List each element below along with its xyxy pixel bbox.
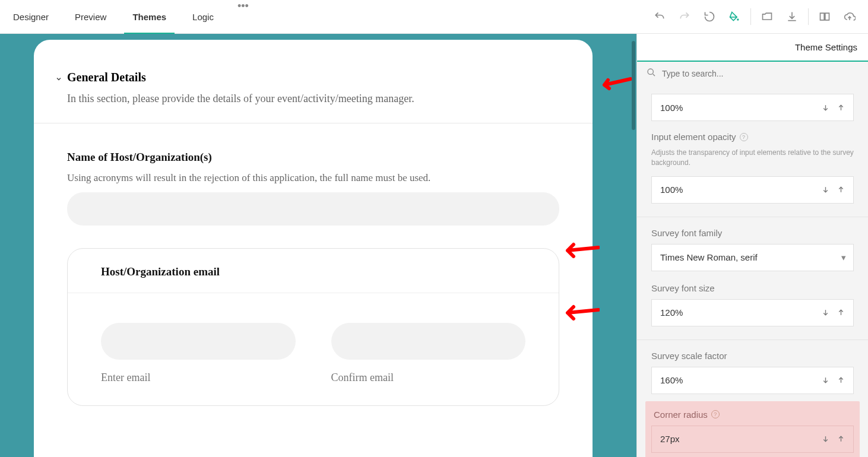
upload-cloud-icon[interactable] [837,4,862,29]
annotation-arrow-icon [564,304,600,320]
value: 27px [660,434,818,444]
arrow-down-icon[interactable] [818,177,833,203]
setting-help: Adjusts the transparency of input elemen… [651,148,854,168]
host-name-input[interactable] [67,192,559,226]
arrow-up-icon[interactable] [833,426,848,452]
info-icon[interactable]: ? [711,410,720,418]
field-label: Confirm email [331,372,526,384]
setting-scale-group: Survey scale factor 160% [637,340,868,398]
question-title: Name of Host/Organization(s) [67,151,559,164]
toolbar-divider [750,8,751,25]
setting-corner-radius-highlighted: Corner radius ? 27px [645,401,860,457]
tab-logic[interactable]: Logic [179,0,227,33]
main-tabs: Designer Preview Themes Logic ••• [0,0,259,33]
panel-title: Theme Settings [637,34,868,62]
lower-area: General Details In this section, please … [0,34,868,457]
tab-label: Themes [132,12,166,22]
label-text: Input element opacity [651,132,736,142]
confirm-email-input[interactable] [331,323,526,360]
value: 100% [660,185,818,195]
settings-scroll: 100% Input element opacity ? Adjusts the… [637,85,868,457]
open-button[interactable] [755,4,780,29]
font-family-select[interactable]: Times New Roman, serif ▾ [651,244,854,271]
arrow-up-icon[interactable] [833,94,848,120]
setting-font-group: Survey font family Times New Roman, seri… [637,217,868,340]
question-host-name: Name of Host/Organization(s) Using acron… [34,123,593,231]
tab-label: Preview [75,12,106,22]
more-menu-icon[interactable]: ••• [227,0,259,33]
search-input[interactable] [662,69,859,78]
panel-opacity-control[interactable]: 100% [651,94,854,121]
setting-label: Input element opacity ? [651,132,854,142]
scale-factor-control[interactable]: 160% [651,367,854,394]
label-text: Corner radius [654,410,708,420]
font-size-control[interactable]: 120% [651,299,854,326]
arrow-up-icon[interactable] [833,300,848,326]
field-label: Enter email [101,372,296,384]
annotation-arrow-icon [564,242,600,258]
toolbar [647,0,868,33]
question-title: Host/Organization email [101,265,525,278]
theme-settings-panel: Theme Settings 100% Input element opacit… [636,34,868,457]
value: Times New Roman, serif [660,252,841,262]
input-opacity-control[interactable]: 100% [651,176,854,204]
paint-bucket-icon[interactable] [722,4,747,29]
value: 100% [660,103,818,113]
undo-button[interactable] [647,4,672,29]
tab-designer[interactable]: Designer [0,0,62,33]
setting-panel-opacity: 100% Input element opacity ? Adjusts the… [637,85,868,217]
sub-panel-header: Host/Organization email [68,249,559,293]
email-sub-panel: Host/Organization email Enter email Conf… [67,248,559,406]
question-help: Using acronyms will result in the reject… [67,172,559,184]
tab-preview[interactable]: Preview [62,0,119,33]
vertical-scrollbar[interactable] [632,41,635,130]
setting-label: Survey scale factor [651,351,854,361]
chevron-down-icon[interactable] [55,74,62,85]
arrow-up-icon[interactable] [833,367,848,393]
arrow-down-icon[interactable] [818,426,833,452]
redo-button[interactable] [672,4,697,29]
tab-label: Logic [192,12,214,22]
section-header: General Details In this section, please … [34,40,593,123]
enter-email-input[interactable] [101,323,296,360]
toolbar-divider [808,8,809,25]
top-bar: Designer Preview Themes Logic ••• [0,0,868,34]
arrow-down-icon[interactable] [818,300,833,326]
search-icon [647,68,656,80]
setting-label: Survey font family [651,228,854,238]
section-description: In this section, please provide the deta… [67,93,559,105]
reset-button[interactable] [697,4,722,29]
info-icon[interactable]: ? [740,133,748,141]
question-host-email: Host/Organization email Enter email Conf… [34,231,593,412]
arrow-down-icon[interactable] [818,94,833,120]
corner-radius-control[interactable]: 27px [651,426,854,453]
download-button[interactable] [780,4,804,29]
caret-down-icon: ▾ [841,252,846,263]
design-canvas: General Details In this section, please … [0,34,636,457]
setting-label: Survey font size [651,283,854,293]
svg-point-0 [737,18,739,20]
svg-point-1 [648,69,653,74]
book-icon[interactable] [812,4,837,29]
tab-label: Designer [13,12,49,22]
survey-preview-panel: General Details In this section, please … [34,40,593,457]
arrow-up-icon[interactable] [833,177,848,203]
confirm-email-column: Confirm email [331,323,526,384]
email-column: Enter email [101,323,296,384]
annotation-arrow-icon [596,75,632,92]
arrow-down-icon[interactable] [818,367,833,393]
section-title: General Details [67,71,559,84]
sub-panel-body: Enter email Confirm email [68,293,559,405]
setting-label: Corner radius ? [654,410,851,420]
value: 160% [660,375,818,385]
tab-themes[interactable]: Themes [119,0,179,33]
value: 120% [660,307,818,318]
settings-search [637,62,868,85]
